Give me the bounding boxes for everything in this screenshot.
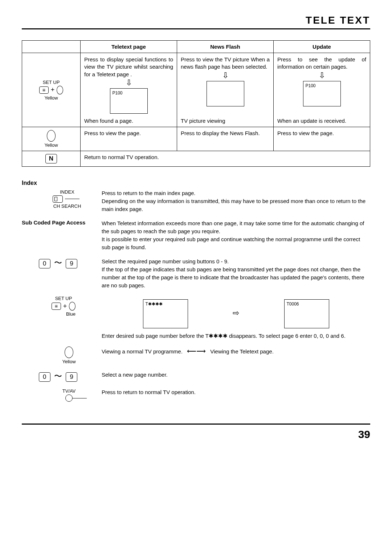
arrow-right-icon: ⇨ <box>229 307 243 319</box>
row1-update-bottom: When an update is received. <box>277 118 366 124</box>
plus-icon: + <box>61 303 69 310</box>
keys-0-9: 0 〜 9 <box>22 258 94 268</box>
oval-button-icon <box>69 302 75 311</box>
row2-update: Press to view the page. <box>274 127 370 151</box>
subcoded-p6: Press to return to normal TV operation. <box>102 388 370 396</box>
header-newsflash: News Flash <box>177 41 274 53</box>
yellow-oval: Yellow <box>22 347 94 364</box>
key-0: 0 <box>39 259 50 268</box>
oval-button-icon <box>57 86 63 94</box>
tv-box-tstars: T✱✱✱✱ <box>143 299 188 328</box>
setup-icon <box>39 86 49 94</box>
header-update: Update <box>274 41 370 53</box>
page-title: TELE TEXT <box>22 15 370 26</box>
row1-newsflash: Press to view the TV picture When a news… <box>177 53 274 127</box>
subcoded-boxes: T✱✱✱✱ ⇨ T0006 Enter desired sub page num… <box>102 296 370 340</box>
index-icon <box>53 195 63 203</box>
row3-text: Return to normal TV operation. <box>81 151 370 167</box>
index-icon-col: INDEX CH SEARCH <box>22 189 94 209</box>
row1-teletext-top: Press to display special functions to vi… <box>84 56 173 77</box>
row1-update: Press to see the update of information o… <box>274 53 370 127</box>
leader-line <box>65 199 79 199</box>
oval-button-icon <box>47 130 56 142</box>
row2-teletext: Press to view the page. <box>81 127 177 151</box>
key-9: 9 <box>66 259 77 268</box>
row2-newsflash: Press to display the News Flash. <box>177 127 274 151</box>
yellow-label: Yellow <box>62 359 75 364</box>
p4-left: Viewing a normal TV programme. <box>102 348 183 355</box>
subcoded-p3: Enter desired sub page number before the… <box>102 332 370 340</box>
n-key-icon: N <box>45 154 57 163</box>
arrow-down-icon: ⇩ <box>181 72 270 80</box>
index-title: Index <box>22 180 370 186</box>
subcoded-p1: When Teletext information exceeds more t… <box>102 219 370 251</box>
arrow-down-icon: ⇩ <box>277 72 366 80</box>
key-9: 9 <box>66 372 77 382</box>
index-label-top: INDEX <box>60 189 74 195</box>
index-text: Press to return to the main index page. … <box>102 189 370 213</box>
subcoded-p2: Select the required page number using bu… <box>102 258 370 289</box>
row1-teletext: Press to display special functions to vi… <box>81 53 177 127</box>
yellow-label: Yellow <box>44 142 58 148</box>
subcoded-p5: Select a new page number. <box>102 371 370 379</box>
arrow-down-icon: ⇩ <box>84 79 173 87</box>
setup-label: SET UP <box>43 80 60 85</box>
tilde-icon: 〜 <box>52 258 64 267</box>
setup-icon <box>52 303 61 310</box>
keys-0-9: 0 〜 9 <box>22 371 94 382</box>
tvav-label: TV/AV <box>62 388 76 394</box>
header-blank <box>22 41 81 53</box>
setup-blue: SET UP + Blue <box>22 296 94 317</box>
rule-top <box>22 28 370 29</box>
double-arrow-icon: ⟵⟶ <box>184 348 209 355</box>
row1-teletext-bottom: When found a page. <box>84 118 173 124</box>
setup-label: SET UP <box>55 296 72 301</box>
subcoded-p4: Viewing a normal TV programme. ⟵⟶ Viewin… <box>102 347 370 356</box>
oval-button-icon <box>65 347 73 358</box>
row1-update-top: Press to see the update of information o… <box>277 56 366 70</box>
row1-icon-cell: SET UP + Yellow <box>22 53 81 127</box>
tv-box-empty <box>207 81 244 106</box>
blue-label: Blue <box>66 311 75 317</box>
row1-newsflash-bottom: TV picture viewing <box>181 118 270 124</box>
page-number: 39 <box>22 428 370 441</box>
tvav-icon-col: TV/AV <box>22 388 94 402</box>
tv-box-t0006: T0006 <box>284 299 329 328</box>
index-label-bottom: CH SEARCH <box>53 203 81 209</box>
rule-bottom <box>22 424 370 425</box>
tilde-icon: 〜 <box>52 372 64 381</box>
header-teletext: Teletext page <box>81 41 177 53</box>
key-0: 0 <box>39 372 50 382</box>
tv-box-p100: P100 <box>303 81 341 106</box>
p4-right: Viewing the Teletext page. <box>210 348 274 355</box>
yellow-label: Yellow <box>44 95 58 101</box>
row2-icon-cell: Yellow <box>22 127 81 151</box>
feature-table: Teletext page News Flash Update SET UP +… <box>22 40 370 167</box>
tvav-icon <box>65 394 73 402</box>
row1-newsflash-top: Press to view the TV picture When a news… <box>181 56 270 70</box>
plus-icon: + <box>49 86 57 94</box>
tv-box-p100: P100 <box>110 88 148 114</box>
row3-icon-cell: N <box>22 151 81 167</box>
subcoded-title: Sub Coded Page Access <box>22 219 94 226</box>
